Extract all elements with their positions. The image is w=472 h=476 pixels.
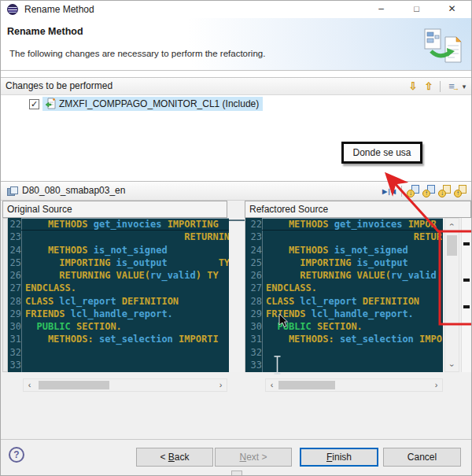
code-line: 27ENDCLASS. <box>8 282 229 294</box>
code-line: 32 <box>245 346 443 359</box>
move-up-icon[interactable]: ⇧ <box>422 79 436 94</box>
code-line: 26 RETURNING VALUE(rv_valid) TY <box>8 269 229 282</box>
include-file-icon <box>45 98 56 109</box>
changes-toolbar: ⇩⇧≡→▾ <box>406 79 468 94</box>
change-tree-item[interactable]: ✓ZMXFI_COMPPAGO_MONITOR_CL1 (Include) <box>29 97 263 111</box>
original-source-editor[interactable]: 22 METHODS get_invocies IMPORTING23 RETU… <box>8 218 229 372</box>
resize-grip[interactable] <box>231 470 242 476</box>
window-title: Rename Method <box>24 4 94 15</box>
diff-mark[interactable] <box>463 305 470 308</box>
left-horizontal-scrollbar-thumb[interactable] <box>39 381 109 389</box>
cancel-button[interactable]: Cancel <box>383 448 461 467</box>
scroll-left-arrow-icon[interactable]: ‹ <box>24 379 35 391</box>
wizard-banner: Rename Method The following changes are … <box>1 18 471 71</box>
diff-mark[interactable] <box>463 242 470 245</box>
code-line: 31 METHODS: set_selection IMPORTI <box>8 333 229 345</box>
compare-toolbar: ▶❘◀↓↑↓↑ <box>381 183 467 199</box>
maximize-button[interactable]: □ <box>399 1 434 18</box>
change-selection: ZMXFI_COMPPAGO_MONITOR_CL1 (Include) <box>42 97 263 111</box>
move-down-icon[interactable]: ⇩ <box>406 79 420 94</box>
scroll-right-arrow-icon[interactable]: › <box>215 379 227 391</box>
diff-overview-ruler <box>461 218 471 372</box>
right-horizontal-scrollbar[interactable]: ‹ › <box>265 378 443 392</box>
next-change-icon[interactable]: ↓ <box>438 185 452 197</box>
code-line: 28CLASS lcl_report DEFINITION <box>8 295 229 308</box>
eclipse-app-icon <box>7 4 18 15</box>
code-line: 24 METHODS is_not_signed <box>8 244 229 256</box>
banner-description: The following changes are necessary to p… <box>9 49 265 58</box>
rename-method-dialog: Rename Method – □ ✕ Rename Method The fo… <box>0 0 472 476</box>
toolbar-separator <box>401 186 402 197</box>
page-title: Rename Method <box>7 26 83 37</box>
left-overview-column <box>2 218 8 372</box>
toolbar-separator <box>440 81 441 92</box>
code-line: 22 METHODS get_invoices IMPOR <box>245 218 443 231</box>
code-line: 23 RETUR <box>245 231 443 243</box>
compare-header: D80_080_smabap03_en ▶❘◀↓↑↓↑ <box>1 181 471 201</box>
help-button[interactable]: ? <box>9 447 24 463</box>
compare-icon <box>7 186 17 196</box>
diff-connector-gap <box>229 218 245 372</box>
close-button[interactable]: ✕ <box>434 1 470 18</box>
minimize-button[interactable]: – <box>363 1 399 18</box>
view-menu-icon[interactable]: ▾ <box>460 79 468 94</box>
changes-section-header: Changes to be performed ⇩⇧≡→▾ <box>1 77 471 95</box>
vertical-scrollbar-thumb[interactable] <box>447 235 457 256</box>
callout-box: Donde se usa <box>341 142 422 164</box>
next-difference-icon[interactable]: ↓ <box>407 185 420 197</box>
diff-mark[interactable] <box>463 279 470 282</box>
refactored-source-header: Refactored Source <box>245 201 471 218</box>
previous-difference-icon[interactable]: ↑ <box>422 185 436 197</box>
swap-view-icon[interactable]: ▶❘◀ <box>381 184 396 198</box>
change-label: ZMXFI_COMPPAGO_MONITOR_CL1 (Include) <box>59 98 259 109</box>
original-source-header: Original Source <box>2 201 227 218</box>
code-line: 29FRIENDS lcl_handle_report. <box>8 308 229 320</box>
code-line: 31 METHODS: set_selection IMPO <box>245 333 443 345</box>
refactored-source-editor[interactable]: 22 METHODS get_invoices IMPOR23 RETUR24 … <box>245 218 443 372</box>
scroll-down-arrow-icon[interactable]: › <box>445 360 459 371</box>
right-horizontal-scrollbar-thumb[interactable] <box>278 381 335 389</box>
code-line: 26 RETURNING VALUE(rv_valid <box>245 269 443 282</box>
code-line: 30 PUBLIC SECTION. <box>245 320 443 333</box>
title-bar: Rename Method – □ ✕ <box>1 1 471 18</box>
scroll-right-arrow-icon[interactable]: › <box>430 379 442 391</box>
code-line: 24 METHODS is_not_signed <box>245 244 443 256</box>
code-line: 30 PUBLIC SECTION. <box>8 320 229 333</box>
change-checkbox[interactable]: ✓ <box>29 99 39 109</box>
diff-connector-line <box>229 220 245 221</box>
callout-text: Donde se usa <box>352 147 411 158</box>
code-line: 25 IMPORTING is_output TY <box>8 256 229 269</box>
code-line: 28CLASS lcl_report DEFINITION <box>245 295 443 308</box>
code-line: 27ENDCLASS. <box>245 282 443 294</box>
code-line: 25 IMPORTING is_output <box>245 256 443 269</box>
back-button[interactable]: < Back <box>136 448 213 467</box>
code-line: 22 METHODS get_invocies IMPORTING <box>8 218 229 231</box>
code-line: 32 <box>8 346 229 359</box>
code-line: 33 <box>8 359 229 371</box>
next-button[interactable]: Next > <box>215 448 292 467</box>
refactor-banner-icon <box>423 27 466 68</box>
compare-title: D80_080_smabap03_en <box>22 185 125 196</box>
scroll-up-arrow-icon[interactable]: ‹ <box>445 219 459 231</box>
finish-button[interactable]: Finish <box>300 448 378 467</box>
previous-change-icon[interactable]: ↑ <box>454 185 467 197</box>
scroll-left-arrow-icon[interactable]: ‹ <box>266 379 278 391</box>
code-line: 23 RETURNING <box>8 231 229 243</box>
vertical-scrollbar[interactable]: ‹ › <box>444 218 459 372</box>
filter-changes-icon[interactable]: ≡→ <box>444 79 459 94</box>
code-line: 33 <box>245 359 443 371</box>
changes-header-label: Changes to be performed <box>6 80 112 91</box>
code-line: 29FRIENDS lcl_handle_report. <box>245 308 443 320</box>
left-horizontal-scrollbar[interactable]: ‹ › <box>23 378 227 392</box>
